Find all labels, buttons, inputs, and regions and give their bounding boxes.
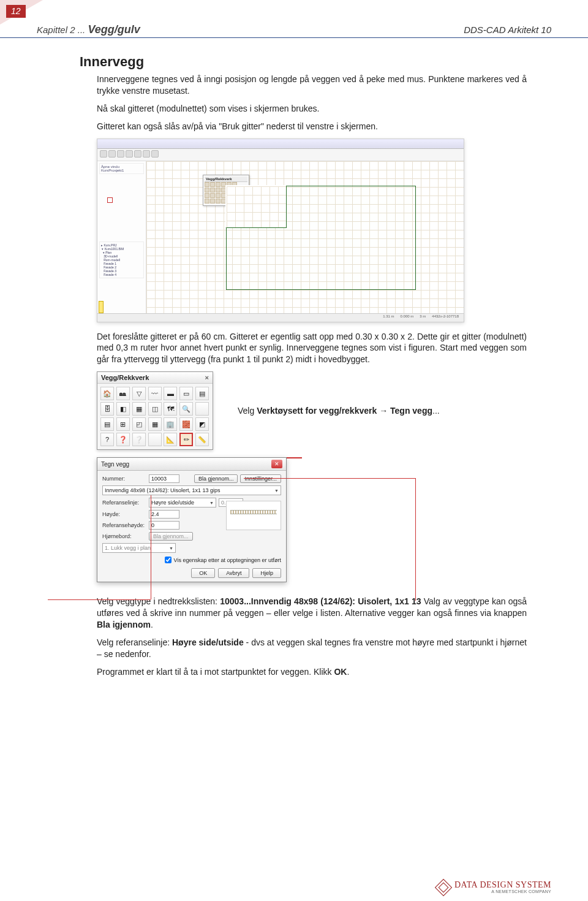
- avbryt-button: Avbryt: [218, 568, 249, 578]
- hjelp-button: Hjelp: [252, 568, 281, 578]
- chevron-down-icon: ▼: [274, 489, 279, 493]
- tool-icon: 🔍: [179, 402, 193, 416]
- callout-line: [48, 599, 151, 600]
- draw-wall-tool-icon: ✏: [179, 433, 193, 446]
- callout-prefix: Velg: [238, 406, 257, 416]
- product-name: DDS-CAD Arkitekt 10: [464, 25, 551, 35]
- chapter-prefix: Kapittel 2 ...: [37, 25, 88, 35]
- para6-pre: Velg referanselinje:: [97, 637, 172, 647]
- callout-bold-1: Verktøysett for vegg/rekkverk: [257, 406, 377, 416]
- section-heading: Innervegg: [80, 54, 527, 70]
- page-content: Innervegg Innerveggene tegnes ved å inng…: [0, 38, 588, 696]
- hjorne-label: Hjørnebord:: [102, 533, 146, 539]
- ref-value: Høyre side/utside: [151, 500, 194, 506]
- dds-logo-icon: [435, 878, 452, 895]
- dialog-tegn-vegg: Tegn vegg ✕ Nummer: 10003 Bla gjennom...…: [97, 457, 287, 582]
- toolbar-icon: [100, 150, 107, 158]
- chapter-title: Vegg/gulv: [88, 23, 140, 36]
- toolbar-icon: [151, 150, 159, 158]
- app-sidebar: Åpne vinduKursProsjekt1 ▸ Kurs.PRJ ▾ Kur…: [97, 161, 146, 313]
- paragraph-5: Velg veggtype i nedtrekkslisten: 10003..…: [97, 596, 527, 631]
- tool-icon: ?: [100, 433, 114, 446]
- ref-label: Referanselinje:: [102, 500, 146, 506]
- app-statusbar: 1.31 m0.000 m3 m4432x-2-107718: [97, 313, 464, 322]
- nummer-label: Nummer:: [102, 476, 146, 482]
- dialog-title: Tegn vegg: [101, 461, 129, 468]
- sidebar-tree-bottom: ▸ Kurs.PRJ ▾ Kurs1001.BIM ▾ Plan 3D-mode…: [99, 241, 144, 278]
- paragraph-1: Innerveggene tegnes ved å inngi posisjon…: [97, 74, 527, 97]
- tool-icon: ▤: [195, 387, 209, 400]
- tool-icon: ▦: [132, 402, 146, 416]
- wall-type-value: Innvendig 48x98 (124/62): Uisolert, 1x1 …: [105, 487, 221, 493]
- tool-icon: ◰: [132, 417, 146, 431]
- tool-icon: 🗄: [100, 402, 114, 416]
- toolbar-icon: [143, 150, 150, 158]
- tool-icon: 🧱: [179, 417, 193, 431]
- dialog-close-icon: ✕: [271, 460, 282, 468]
- app-toolbar: [97, 149, 464, 161]
- palette-title: Vegg/Rekkverk: [205, 177, 247, 182]
- toolbar-icon: [134, 150, 141, 158]
- tool-icon: 📏: [195, 433, 209, 446]
- toolbar-icon: [108, 150, 116, 158]
- chapter-breadcrumb: Kapittel 2 ... Vegg/gulv: [37, 23, 140, 36]
- sidebar-tree-top: Åpne vinduKursProsjekt1: [99, 163, 144, 174]
- yellow-side-tab: [99, 301, 104, 313]
- small-red-box-icon: [107, 197, 113, 203]
- callout-line: [244, 478, 415, 479]
- wall-type-select: Innvendig 48x98 (124/62): Uisolert, 1x1 …: [102, 485, 281, 495]
- ref-select: Høyre side/utside ▼: [149, 498, 216, 508]
- chevron-down-icon: ▼: [209, 501, 214, 505]
- dialog-button-row: OK Avbryt Hjelp: [102, 566, 281, 578]
- hjorne-bla-button: Bla gjennom...: [149, 532, 193, 541]
- tool-icon: 🗺: [164, 402, 177, 416]
- toolbar-icon: [117, 150, 124, 158]
- app-canvas-grid: Vegg/Rekkverk: [146, 161, 464, 313]
- floor-plan-notch: [225, 185, 287, 228]
- toolbar-icon: [126, 150, 133, 158]
- callout-arrow-glyph: →: [377, 406, 390, 416]
- footer-company: DATA DESIGN SYSTEM: [454, 881, 551, 889]
- paragraph-3: Gitteret kan også slås av/på via "Bruk g…: [97, 121, 527, 132]
- para5-end: .: [151, 620, 153, 629]
- show-properties-checkbox-row: Vis egenskap etter at opptegningen er ut…: [102, 557, 281, 563]
- tool-icon: 🏢: [164, 417, 177, 431]
- refh-label: Referansehøyde:: [102, 522, 146, 528]
- dialog-titlebar: Tegn vegg ✕: [97, 458, 286, 471]
- para7-end: .: [347, 667, 349, 677]
- tool-icon: ◩: [195, 417, 209, 431]
- page-header: Kapittel 2 ... Vegg/gulv DDS-CAD Arkitek…: [0, 0, 588, 38]
- wall-preview: [226, 501, 281, 530]
- paragraph-2: Nå skal gitteret (modulnettet) som vises…: [97, 103, 527, 115]
- para5-bold: 10003...Innvendig 48x98 (124/62): Uisole…: [220, 596, 421, 606]
- paragraph-7: Programmet er klart til å ta i mot start…: [97, 666, 527, 678]
- lukk-vegg-select: 1. Lukk vegg i plan ▼: [102, 543, 176, 553]
- dialog-screenshot-container: Tegn vegg ✕ Nummer: 10003 Bla gjennom...…: [97, 457, 513, 586]
- app-screenshot-main: Åpne vinduKursProsjekt1 ▸ Kurs.PRJ ▾ Kur…: [97, 139, 464, 322]
- para5-bold2: Bla igjennom: [97, 620, 151, 629]
- callout-text-1: Velg Verktøysett for vegg/rekkverk → Teg…: [238, 406, 440, 416]
- lukk-vegg-value: 1. Lukk vegg i plan: [105, 545, 151, 551]
- toolbox-title-text: Vegg/Rekkverk: [101, 374, 149, 381]
- nummer-input: 10003: [149, 474, 179, 483]
- paragraph-4: Det foreslåtte gitteret er på 60 cm. Git…: [97, 331, 527, 366]
- tool-icon: ❔: [132, 433, 146, 446]
- tool-icon: 〰: [148, 387, 162, 400]
- tool-icon: [148, 433, 162, 446]
- toolbox-palette-screenshot: Vegg/Rekkverk × 🏠 🏘 ▽ 〰 ▬ ▭ ▤ 🗄 ◧ ▦ ◫ 🗺 …: [97, 371, 213, 450]
- tool-icon: ⊞: [116, 417, 130, 431]
- callout-suffix: ...: [432, 406, 440, 416]
- hoyde-input: 2.4: [149, 510, 179, 519]
- callout-bold-2: Tegn vegg: [390, 406, 432, 416]
- callout-line: [151, 495, 151, 599]
- tool-icon: ▦: [148, 417, 162, 431]
- tool-icon: ◧: [116, 402, 130, 416]
- app-titlebar: [97, 139, 464, 149]
- tool-icon: ▤: [100, 417, 114, 431]
- tool-icon: 📐: [164, 433, 177, 446]
- tool-icon: ▭: [179, 387, 193, 400]
- page-number-tab: 12: [6, 5, 26, 18]
- para5-pre: Velg veggtype i nedtrekkslisten:: [97, 596, 220, 606]
- para7-bold: OK: [334, 667, 347, 677]
- toolbox-icon-grid: 🏠 🏘 ▽ 〰 ▬ ▭ ▤ 🗄 ◧ ▦ ◫ 🗺 🔍 ▤ ⊞ ◰ ▦ 🏢 🧱: [97, 384, 213, 449]
